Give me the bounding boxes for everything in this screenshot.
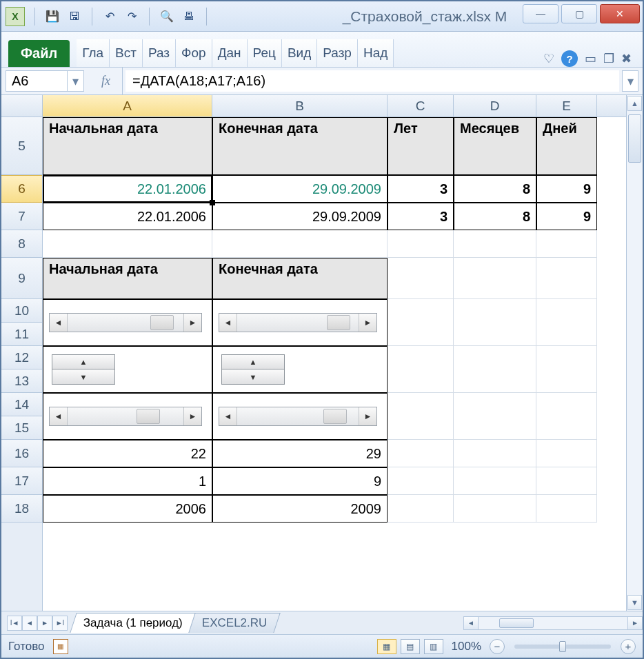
ribbon-tab-addins[interactable]: Над xyxy=(358,39,394,67)
file-tab[interactable]: Файл xyxy=(8,40,70,67)
minimize-ribbon-icon[interactable]: ▭ xyxy=(585,51,596,66)
cell-E9[interactable] xyxy=(536,258,597,299)
cell-A8[interactable] xyxy=(43,230,212,258)
zoom-out-button[interactable]: − xyxy=(490,639,505,654)
scroll-up-icon[interactable]: ▲ xyxy=(627,96,642,111)
prev-sheet-icon[interactable]: ◄ xyxy=(22,616,37,631)
header-start-date[interactable]: Начальная дата xyxy=(43,117,212,175)
zoom-knob[interactable] xyxy=(559,641,566,652)
cell-C7[interactable]: 3 xyxy=(388,203,454,230)
scroll-track[interactable] xyxy=(237,314,359,332)
col-header-E[interactable]: E xyxy=(536,95,597,116)
row-header-13[interactable]: 13 xyxy=(1,369,42,393)
view-normal-icon[interactable]: ▦ xyxy=(377,639,396,654)
row-header-8[interactable]: 8 xyxy=(1,230,42,258)
scroll-track[interactable] xyxy=(68,407,183,425)
ribbon-tab-home[interactable]: Гла xyxy=(77,39,110,67)
cell-C8[interactable] xyxy=(388,230,454,258)
select-all-corner[interactable] xyxy=(1,95,42,117)
scroll-left-icon[interactable]: ◄ xyxy=(50,407,68,425)
hscroll-thumb[interactable] xyxy=(499,618,534,628)
next-sheet-icon[interactable]: ► xyxy=(37,616,52,631)
cell-B12[interactable]: ▲ ▼ xyxy=(212,346,388,393)
scroll-track[interactable] xyxy=(237,407,359,425)
expand-formula-bar-icon[interactable]: ▾ xyxy=(622,70,638,92)
macro-record-icon[interactable]: ▦ xyxy=(53,639,68,654)
cell-A12[interactable]: ▲ ▼ xyxy=(43,346,212,393)
scroll-right-icon[interactable]: ► xyxy=(183,314,201,332)
redo-icon[interactable]: ↷ xyxy=(123,8,141,26)
cell-B10[interactable]: ◄ ► xyxy=(212,299,388,346)
scrollbar-control-start-1[interactable]: ◄ ► xyxy=(49,313,202,332)
cell-D8[interactable] xyxy=(454,230,536,258)
scroll-left-icon[interactable]: ◄ xyxy=(50,314,68,332)
header-end-date[interactable]: Конечная дата xyxy=(212,117,388,175)
name-box[interactable]: A6 xyxy=(6,70,68,92)
restore-window-icon[interactable]: ❐ xyxy=(603,51,614,66)
close-button[interactable]: ✕ xyxy=(600,4,640,23)
col-header-B[interactable]: B xyxy=(212,95,388,116)
print-icon[interactable]: 🖶 xyxy=(180,8,198,26)
zoom-level[interactable]: 100% xyxy=(452,640,481,653)
formula-input[interactable] xyxy=(125,70,619,92)
header-years[interactable]: Лет xyxy=(388,117,454,175)
row-header-14[interactable]: 14 xyxy=(1,393,42,416)
col-header-A[interactable]: A xyxy=(43,95,212,116)
vertical-scrollbar[interactable]: ▲ ▼ xyxy=(626,95,643,611)
cell-E8[interactable] xyxy=(536,230,597,258)
cell-A18[interactable]: 2006 xyxy=(43,495,212,523)
cell-B7[interactable]: 29.09.2009 xyxy=(212,203,388,230)
print-preview-icon[interactable]: 🔍 xyxy=(158,8,176,26)
header2-end-date[interactable]: Конечная дата xyxy=(212,258,388,299)
scroll-right-icon[interactable]: ► xyxy=(183,407,201,425)
ribbon-tab-developer[interactable]: Разр xyxy=(317,39,358,67)
view-page-layout-icon[interactable]: ▤ xyxy=(401,639,420,654)
last-sheet-icon[interactable]: ►I xyxy=(52,616,68,631)
spinner-control-end[interactable]: ▲ ▼ xyxy=(221,354,285,385)
cell-A14[interactable]: ◄ ► xyxy=(43,393,212,440)
cell-A7[interactable]: 22.01.2006 xyxy=(43,203,212,230)
vscroll-track[interactable] xyxy=(627,112,643,594)
undo-icon[interactable]: ↶ xyxy=(101,8,119,26)
header-months[interactable]: Месяцев xyxy=(454,117,536,175)
ribbon-tab-pagelayout[interactable]: Раз xyxy=(143,39,176,67)
help-icon[interactable]: ? xyxy=(561,50,578,67)
ribbon-tab-data[interactable]: Дан xyxy=(212,39,248,67)
scroll-track[interactable] xyxy=(68,314,183,332)
scrollbar-control-end-2[interactable]: ◄ ► xyxy=(219,407,377,426)
vscroll-thumb[interactable] xyxy=(628,114,641,163)
scroll-thumb[interactable] xyxy=(150,315,174,330)
scroll-thumb[interactable] xyxy=(327,315,350,330)
fx-icon[interactable]: fx xyxy=(90,68,123,94)
col-header-D[interactable]: D xyxy=(454,95,536,116)
spinner-down-icon[interactable]: ▼ xyxy=(221,369,285,385)
row-header-11[interactable]: 11 xyxy=(1,323,42,346)
row-header-6[interactable]: 6 xyxy=(1,175,42,203)
cell-E7[interactable]: 9 xyxy=(536,203,597,230)
header-days[interactable]: Дней xyxy=(536,117,597,175)
scroll-thumb[interactable] xyxy=(323,409,347,424)
cell-B18[interactable]: 2009 xyxy=(212,495,388,523)
cell-B14[interactable]: ◄ ► xyxy=(212,393,388,440)
zoom-slider[interactable] xyxy=(514,645,611,649)
spinner-up-icon[interactable]: ▲ xyxy=(52,354,115,369)
save-icon[interactable]: 💾 xyxy=(43,8,61,26)
spinner-up-icon[interactable]: ▲ xyxy=(221,354,285,369)
row-header-5[interactable]: 5 xyxy=(1,117,42,175)
row-header-7[interactable]: 7 xyxy=(1,203,42,230)
ribbon-tab-view[interactable]: Вид xyxy=(282,39,317,67)
hscroll-right-icon[interactable]: ► xyxy=(627,616,643,630)
maximize-button[interactable]: ▢ xyxy=(561,4,597,23)
scroll-right-icon[interactable]: ► xyxy=(359,314,376,332)
cell-B6[interactable]: 29.09.2009 xyxy=(212,175,388,203)
cell-C6[interactable]: 3 xyxy=(388,175,454,203)
scroll-down-icon[interactable]: ▼ xyxy=(627,595,642,610)
horizontal-scrollbar[interactable]: ◄ ► xyxy=(463,616,643,630)
scrollbar-control-start-2[interactable]: ◄ ► xyxy=(49,407,202,426)
cell-E6[interactable]: 9 xyxy=(536,175,597,203)
cell-C9[interactable] xyxy=(388,258,454,299)
header2-start-date[interactable]: Начальная дата xyxy=(43,258,212,299)
name-box-dropdown-icon[interactable]: ▾ xyxy=(68,70,84,92)
row-header-9[interactable]: 9 xyxy=(1,258,42,299)
spinner-control-start[interactable]: ▲ ▼ xyxy=(52,354,115,385)
